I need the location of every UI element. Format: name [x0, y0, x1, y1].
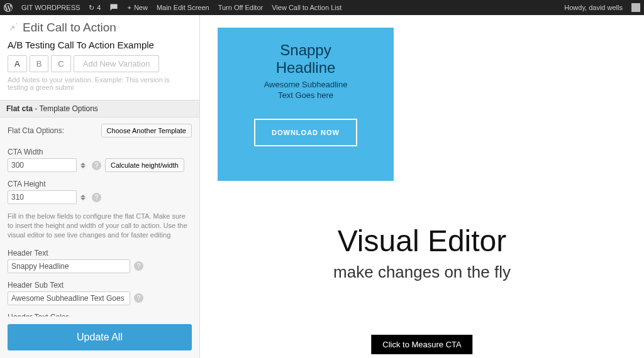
cta-height-label: CTA Height	[8, 180, 192, 188]
help-icon[interactable]	[134, 293, 143, 303]
help-icon[interactable]	[134, 261, 143, 271]
tab-b[interactable]: B	[30, 55, 49, 72]
adminbar-link-turn-off[interactable]: Turn Off Editor	[218, 4, 264, 11]
pin-icon	[8, 20, 19, 35]
header-text-label: Header Text	[8, 249, 192, 258]
adminbar-link-view-list[interactable]: View Call to Action List	[272, 4, 341, 11]
tab-c[interactable]: C	[51, 55, 70, 72]
preview-area: Snappy Headline Awesome Subheadline Text…	[200, 15, 644, 358]
variation-notes-placeholder[interactable]: Add Notes to your variation. Example: Th…	[8, 76, 192, 96]
height-stepper[interactable]	[80, 195, 88, 200]
cta-title: A/B Testing Call To Action Example	[8, 40, 192, 50]
comments-icon[interactable]	[109, 3, 118, 12]
refresh-icon: ↻	[89, 4, 94, 12]
cta-height-input[interactable]	[8, 190, 77, 204]
help-icon[interactable]	[92, 193, 101, 202]
header-text-input[interactable]	[8, 259, 130, 273]
wordpress-logo-icon[interactable]	[4, 3, 13, 12]
sub-text-label: Header Sub Text	[8, 281, 192, 290]
updates-link[interactable]: ↻ 4	[89, 4, 101, 12]
plus-icon: +	[127, 4, 131, 11]
site-name[interactable]: GIT WORDPRESS	[21, 4, 80, 11]
add-variation-button[interactable]: Add New Variation	[74, 55, 160, 72]
wp-admin-bar: GIT WORDPRESS ↻ 4 + New Main Edit Screen…	[0, 0, 644, 15]
cta-subheadline[interactable]: Awesome Subheadline Text Goes here	[264, 80, 348, 101]
calculate-button[interactable]: Calculate height/width	[105, 158, 184, 172]
cta-download-button[interactable]: DOWNLOAD NOW	[254, 119, 357, 146]
page-title: Edit Call to Action	[23, 21, 116, 35]
flat-cta-options-label: Flat Cta Options:	[8, 126, 64, 135]
cta-width-label: CTA Width	[8, 148, 192, 156]
new-content[interactable]: + New	[127, 4, 147, 11]
cta-preview: Snappy Headline Awesome Subheadline Text…	[218, 28, 394, 181]
adminbar-link-main-edit[interactable]: Main Edit Screen	[157, 4, 209, 11]
tab-a[interactable]: A	[8, 55, 27, 72]
greeting[interactable]: Howdy, david wells	[564, 4, 623, 11]
variation-tabs: A B C Add New Variation	[8, 55, 192, 72]
sub-text-input[interactable]	[8, 291, 130, 305]
updates-count: 4	[97, 4, 101, 11]
avatar[interactable]	[631, 3, 640, 12]
measure-cta-button[interactable]: Click to Measure CTA	[371, 335, 472, 354]
overlay-title: Visual Editor	[200, 224, 644, 258]
width-stepper[interactable]	[80, 163, 88, 168]
overlay-subtitle: make changes on the fly	[200, 263, 644, 282]
template-options-heading: Flat cta - Template Options	[0, 100, 199, 117]
help-icon[interactable]	[92, 161, 101, 170]
editor-sidebar: Edit Call to Action A/B Testing Call To …	[0, 15, 200, 358]
cta-headline[interactable]: Snappy Headline	[276, 41, 336, 76]
choose-template-button[interactable]: Choose Another Template	[101, 124, 192, 138]
update-all-button[interactable]: Update All	[8, 324, 192, 350]
cta-width-input[interactable]	[8, 158, 77, 172]
template-description: Fill in the below fields to configure th…	[0, 208, 199, 245]
new-label: New	[134, 4, 148, 11]
